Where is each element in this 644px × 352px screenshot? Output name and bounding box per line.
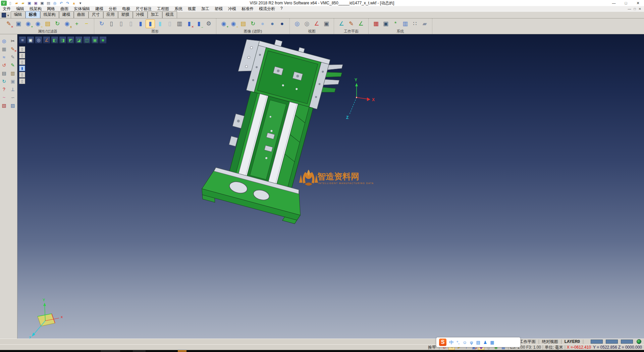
ime-toolbox-icon[interactable]: ▦	[490, 340, 494, 345]
edit-delete-icon[interactable]: ✎✕	[9, 46, 16, 52]
view-bottom-icon[interactable]: ◨	[59, 36, 66, 44]
grid-window-icon[interactable]: ▥	[400, 19, 410, 28]
ribbon-tab[interactable]: 应用	[103, 11, 118, 18]
advanced-hide-icon[interactable]: ◉−	[229, 19, 238, 28]
transparent-cylinder-icon[interactable]: ▮	[155, 19, 165, 28]
display-settings-icon[interactable]: ▣	[381, 19, 390, 28]
workbook-icon[interactable]	[2, 13, 6, 17]
model-casting[interactable]	[199, 34, 346, 225]
flat-cylinder-icon[interactable]: ▯	[165, 19, 174, 28]
filter-traffic-light-icon[interactable]: ▤	[43, 19, 52, 28]
delete-graphics-icon[interactable]: ▮✕	[184, 19, 194, 28]
new-file-icon[interactable]: ▯	[7, 1, 13, 6]
export-icon[interactable]: ▨	[9, 102, 16, 108]
menu-item[interactable]: 视窗	[185, 6, 199, 12]
measure-icon[interactable]: ⊥	[9, 86, 16, 92]
workplane-axes-icon[interactable]: ∠	[337, 19, 346, 28]
hidden-line-cylinder-icon[interactable]: ▯	[116, 19, 126, 28]
curve-icon[interactable]: ~	[0, 94, 8, 100]
view-mode-field[interactable]: 绝对视图	[541, 339, 559, 345]
dynamic-view-icon[interactable]: ∠	[312, 19, 321, 28]
help-query-icon[interactable]: ?	[0, 86, 8, 92]
analyze-icon[interactable]: ▧	[0, 102, 8, 108]
snap-grid-icon[interactable]: ∷	[410, 19, 420, 28]
rotate-icon[interactable]: ↺	[0, 62, 8, 68]
zoom-all-icon[interactable]: ◎	[302, 19, 312, 28]
copy-attributes-icon[interactable]: ▣	[14, 19, 23, 28]
add-filter-icon[interactable]: +	[72, 19, 82, 28]
globe-icon[interactable]	[637, 339, 641, 344]
copy-graphics-icon[interactable]: ▮→	[194, 19, 204, 28]
mdi-restore-button[interactable]: □	[634, 7, 636, 11]
show-entities-icon[interactable]: ◉+	[23, 19, 33, 28]
ribbon-tab[interactable]: 编辑	[11, 11, 25, 18]
layer-field[interactable]: LAYER0	[563, 339, 581, 344]
save-all-icon[interactable]: ▣	[39, 1, 45, 6]
preview-icon[interactable]: ◎	[52, 1, 58, 6]
workplane-edit-icon[interactable]: ✎	[346, 19, 356, 28]
attribute-brush-icon[interactable]: ✎✕	[4, 19, 13, 28]
view-right-icon[interactable]: ▣	[91, 36, 99, 44]
advanced-refresh-icon[interactable]: ↻	[248, 19, 258, 28]
remove-filter-icon[interactable]: −	[82, 19, 91, 28]
close-button[interactable]: ✕	[632, 0, 644, 6]
body-item-selected[interactable]: ▮	[19, 65, 25, 71]
view-axis-icon[interactable]: ∠	[43, 36, 50, 44]
view-back-icon[interactable]: ◪	[75, 36, 83, 44]
ribbon-tab[interactable]: 标准	[25, 11, 40, 18]
favorites-icon[interactable]: ▲	[71, 1, 77, 6]
ribbon-tab[interactable]: 塑膜	[118, 11, 133, 18]
ime-profile-icon[interactable]: ♟	[483, 340, 487, 345]
body-item[interactable]: ▯	[19, 78, 25, 84]
shaded-cylinder-icon[interactable]: ▮	[136, 19, 145, 28]
zoom-fit-icon[interactable]: ▣	[27, 36, 34, 44]
ime-emoji-icon[interactable]: ☺	[463, 340, 467, 345]
redo-icon[interactable]: ↷	[65, 1, 70, 6]
view-left-icon[interactable]: ◫	[83, 36, 91, 44]
shading-low-icon[interactable]: ●	[258, 19, 267, 28]
maximize-button[interactable]: □	[620, 0, 632, 6]
body-item[interactable]: ▯	[19, 59, 25, 65]
snap-settings-icon[interactable]: ◎	[0, 38, 8, 44]
menu-item[interactable]: 加工	[199, 6, 212, 12]
trim-icon[interactable]: ✂	[9, 38, 16, 44]
layers-icon[interactable]: ▤	[0, 70, 8, 76]
ribbon-tab[interactable]: 建模	[59, 11, 74, 18]
view-top-icon[interactable]: ◧	[51, 36, 58, 44]
body-item[interactable]: ▯	[19, 72, 25, 78]
advanced-show-icon[interactable]: ◉+	[219, 19, 228, 28]
app-logo[interactable]: V	[1, 1, 7, 6]
save-icon[interactable]: ▣	[26, 1, 32, 6]
regen-graphics-icon[interactable]: ↻	[97, 19, 106, 28]
menu-item[interactable]: 标准件	[239, 6, 256, 12]
graphics-settings-icon[interactable]: ⚙	[204, 19, 213, 28]
modify-icon[interactable]: ✎	[9, 62, 16, 68]
mdi-close-button[interactable]: ✕	[639, 7, 641, 11]
body-item[interactable]: ▯	[19, 53, 25, 58]
view-iso-icon[interactable]: ■	[99, 36, 107, 44]
shaded-edges-cylinder-icon[interactable]: ▮	[146, 19, 155, 28]
menu-item[interactable]: 冲模	[225, 6, 239, 12]
minimize-button[interactable]: —	[608, 0, 620, 6]
mdi-minimize-button[interactable]: —	[628, 7, 631, 11]
dashed-cylinder-icon[interactable]: ▯	[126, 19, 136, 28]
zoom-window-icon[interactable]: ◎	[35, 36, 42, 44]
ribbon-tab[interactable]: 线架构	[40, 11, 59, 18]
ime-keyboard-icon[interactable]: ▤	[476, 340, 480, 345]
ribbon-tab[interactable]: 尺寸	[89, 11, 103, 18]
ribbon-tab[interactable]: 加工	[148, 11, 162, 18]
profile-icon[interactable]: ≈	[0, 54, 8, 60]
saved-views-icon[interactable]: ▣	[322, 19, 331, 28]
ime-logo[interactable]: S	[439, 339, 446, 346]
color-swatch[interactable]	[591, 340, 603, 344]
workplane-align-icon[interactable]: ∠	[356, 19, 366, 28]
menu-item[interactable]: 模流分析	[256, 6, 278, 12]
menu-item[interactable]: ?	[278, 6, 285, 12]
shading-medium-icon[interactable]: ●	[268, 19, 277, 28]
wireframe-cylinder-icon[interactable]: ▯	[107, 19, 116, 28]
sync-icon[interactable]: ↻	[0, 78, 8, 84]
print-icon[interactable]: ▤	[46, 1, 51, 6]
ime-mic-icon[interactable]: ψ	[470, 340, 473, 345]
view-menu-icon[interactable]: ≡	[19, 36, 26, 44]
ribbon-tab[interactable]: 曲面	[74, 11, 89, 18]
